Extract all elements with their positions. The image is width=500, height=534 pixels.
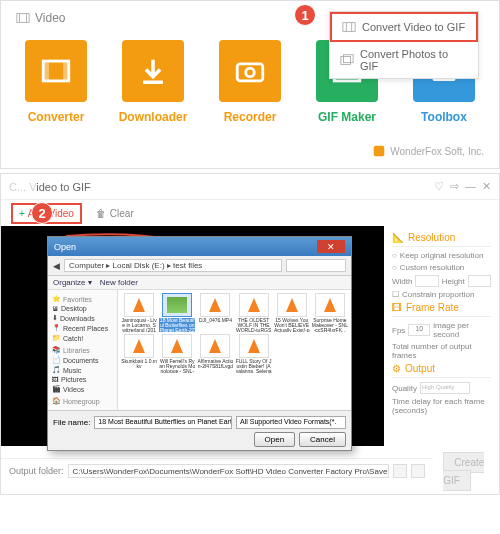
trash-icon: 🗑: [96, 208, 106, 219]
dialog-sidebar: ⭐ Favorites 🖥 Desktop ⬇ Downloads 📍 Rece…: [48, 290, 118, 410]
sidebar-catch[interactable]: 📁 Catch!: [50, 333, 115, 343]
file-item[interactable]: DJI_0476.MP4: [197, 293, 233, 332]
file-grid: Jamiroquai - Live in Locarno, Switzerlan…: [118, 290, 351, 410]
film-icon: [39, 54, 73, 88]
footer-brand: WonderFox Soft, Inc.: [16, 144, 484, 158]
svg-rect-18: [374, 146, 385, 157]
svg-rect-0: [17, 14, 29, 23]
create-gif-button[interactable]: Create GIF: [443, 452, 484, 491]
file-item[interactable]: Will Ferrell's Ryan Reynolds Monologue -…: [159, 334, 195, 373]
svg-rect-9: [43, 61, 49, 81]
opt-constrain[interactable]: ☐ Constrain proportion: [392, 290, 491, 299]
svg-rect-10: [63, 61, 69, 81]
new-folder-button[interactable]: New folder: [100, 278, 138, 287]
logo-icon: [372, 144, 386, 158]
sidebar-homegroup[interactable]: 🏠 Homegroup: [50, 396, 115, 406]
dialog-titlebar: Open ✕: [48, 237, 351, 256]
section-framerate: 🎞 Frame Rate: [392, 302, 491, 317]
window-title: C... Video to GIF ♡ ⇨ — ✕: [1, 174, 499, 200]
file-item[interactable]: 15 Wolves You Won't BELIEVE Actually Exi…: [274, 293, 310, 332]
plus-icon: +: [19, 208, 25, 219]
share-icon[interactable]: ⇨: [450, 180, 459, 193]
organize-button[interactable]: Organize ▾: [53, 278, 92, 287]
gif-menu: Convert Video to GIF Convert Photos to G…: [329, 11, 479, 79]
module-converter[interactable]: Converter: [16, 40, 96, 124]
file-item[interactable]: Affirmative Action-2f47S81fLvgd: [197, 334, 233, 373]
output-path-input[interactable]: C:\Users\WonderFox\Documents\WonderFox S…: [68, 464, 390, 478]
section-resolution: 📐 Resolution: [392, 232, 491, 247]
camera-icon: [233, 54, 267, 88]
cancel-button[interactable]: Cancel: [299, 432, 346, 447]
open-folder-button[interactable]: [411, 464, 425, 478]
svg-rect-6: [341, 57, 351, 65]
sidebar-recent[interactable]: 📍 Recent Places: [50, 323, 115, 333]
clear-button[interactable]: 🗑 Clear: [96, 208, 134, 219]
sidebar-documents[interactable]: 📄 Documents: [50, 355, 115, 365]
opt-custom-resolution[interactable]: ○ Custom resolution: [392, 263, 491, 272]
file-item[interactable]: 18 Most Beautiful Butterflies on Planet …: [159, 293, 195, 332]
output-folder-row: Output folder: C:\Users\WonderFox\Docume…: [1, 458, 433, 483]
dialog-toolbar: Organize ▾ New folder: [48, 276, 351, 290]
height-input[interactable]: [468, 275, 491, 287]
fps-input[interactable]: 10: [408, 324, 430, 336]
svg-rect-7: [344, 55, 354, 63]
sidebar-libraries[interactable]: 📚 Libraries: [50, 345, 115, 355]
film-icon: [16, 11, 30, 25]
minimize-icon[interactable]: —: [465, 180, 476, 193]
close-icon[interactable]: ✕: [482, 180, 491, 193]
sidebar-desktop[interactable]: 🖥 Desktop: [50, 304, 115, 313]
step-badge-1: 1: [294, 4, 316, 26]
sidebar-videos[interactable]: 🎬 Videos: [50, 384, 115, 394]
breadcrumb[interactable]: Computer ▸ Local Disk (E:) ▸ test files: [64, 259, 282, 272]
time-delay-label: Time delay for each frame (seconds): [392, 397, 491, 415]
width-input[interactable]: [415, 275, 438, 287]
dialog-nav: ◀ Computer ▸ Local Disk (E:) ▸ test file…: [48, 256, 351, 276]
sidebar-pictures[interactable]: 🖼 Pictures: [50, 375, 115, 384]
heart-icon[interactable]: ♡: [434, 180, 444, 193]
file-item[interactable]: Surprise Home Makeover - SNL-ccSR4IxrFK.…: [312, 293, 348, 332]
module-downloader[interactable]: Downloader: [113, 40, 193, 124]
total-frames-label: Total number of output frames: [392, 342, 491, 360]
search-input[interactable]: [286, 259, 346, 272]
step-badge-2: 2: [31, 202, 53, 224]
file-item[interactable]: Jamiroquai - Live in Locarno, Switzerlan…: [121, 293, 157, 332]
open-button[interactable]: Open: [254, 432, 296, 447]
sidebar-downloads[interactable]: ⬇ Downloads: [50, 313, 115, 323]
module-recorder[interactable]: Recorder: [210, 40, 290, 124]
open-dialog: Open ✕ ◀ Computer ▸ Local Disk (E:) ▸ te…: [47, 236, 352, 451]
file-item[interactable]: Skunkbait 1.0.mkv: [121, 334, 157, 373]
quality-select[interactable]: High Quality: [420, 382, 470, 394]
menu-convert-video-to-gif[interactable]: Convert Video to GIF: [330, 12, 478, 42]
sidebar-computer[interactable]: 💻 Computer: [50, 408, 115, 410]
images-icon: [340, 53, 354, 67]
svg-rect-11: [237, 64, 263, 81]
menu-convert-photos-to-gif[interactable]: Convert Photos to GIF: [330, 42, 478, 78]
back-icon[interactable]: ◀: [53, 261, 60, 271]
file-item[interactable]: THE OLDEST WOLF IN THE WORLD-tuRGSZtMA.w…: [236, 293, 272, 332]
section-output: ⚙ Output: [392, 363, 491, 378]
toolbar: + Add Video 🗑 Clear: [1, 200, 499, 226]
file-item[interactable]: FULL Story Of Justin Bieber! (Avalanna, …: [236, 334, 272, 373]
dialog-footer: File name: 18 Most Beautiful Butterflies…: [48, 410, 351, 450]
svg-rect-3: [343, 23, 355, 32]
sidebar-music[interactable]: 🎵 Music: [50, 365, 115, 375]
filter-select[interactable]: All Supported Video Formats(*.: [236, 416, 346, 429]
sidebar-favorites[interactable]: ⭐ Favorites: [50, 294, 115, 304]
preview-area: Open ✕ ◀ Computer ▸ Local Disk (E:) ▸ te…: [1, 226, 384, 446]
filename-label: File name:: [53, 418, 90, 427]
film-icon: [342, 20, 356, 34]
browse-button[interactable]: [393, 464, 407, 478]
settings-pane: 📐 Resolution ○ Keep original resolution …: [384, 226, 499, 446]
opt-keep-resolution[interactable]: ○ Keep original resolution: [392, 251, 491, 260]
svg-point-12: [246, 68, 255, 77]
dialog-close-button[interactable]: ✕: [317, 240, 345, 253]
download-icon: [136, 54, 170, 88]
filename-input[interactable]: 18 Most Beautiful Butterflies on Planet …: [94, 416, 232, 429]
